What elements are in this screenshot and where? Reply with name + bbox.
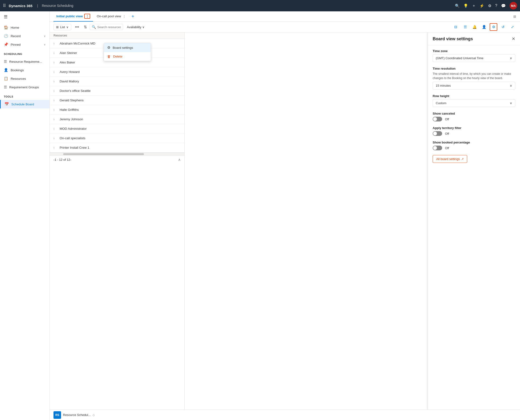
next-page-button[interactable]: › <box>70 158 71 162</box>
time-zone-select[interactable]: (GMT) Coordinated Universal Time ∨ <box>433 54 515 62</box>
settings-close-button[interactable]: ✕ <box>512 36 515 41</box>
footer-diamond-icon[interactable]: ◇ <box>93 413 95 417</box>
sidebar-item-resource-requirements[interactable]: ☰ Resource Requireme... <box>0 57 50 66</box>
lightbulb-icon[interactable]: 💡 <box>463 4 468 8</box>
resource-row[interactable]: › On-call specialists <box>50 134 184 143</box>
tools-section: 📅 Schedule Board <box>0 99 50 109</box>
resource-name: Abraham McCormick MD <box>60 42 95 45</box>
more-options-button[interactable]: ••• <box>73 24 81 30</box>
pagination-container: ‹ 1 - 12 of 12 › ∧ <box>50 152 184 164</box>
chat-icon[interactable]: 💬 <box>501 4 506 8</box>
expand-button[interactable]: ⤢ <box>509 23 516 31</box>
show-canceled-toggle[interactable] <box>433 117 442 121</box>
resource-button[interactable]: 👤 <box>480 23 488 31</box>
schedule-board-icon: 📅 <box>5 102 9 106</box>
toolbar-right: ⊟ ☰ 🔔 👤 ⚙ ↺ ⤢ <box>452 23 516 31</box>
scheduling-group-label: Scheduling <box>0 50 50 56</box>
territory-filter-toggle[interactable] <box>433 131 442 136</box>
filter-view-button[interactable]: ⊟ <box>452 23 459 31</box>
alerts-button[interactable]: 🔔 <box>471 23 478 31</box>
sidebar-resources-label: Resources <box>11 77 26 81</box>
time-zone-label: Time zone <box>433 49 515 53</box>
refresh-button[interactable]: ↺ <box>499 23 507 31</box>
bottom-bar: RS Resource Schedul... ◇ <box>50 410 520 420</box>
time-resolution-chevron: ∨ <box>510 84 512 87</box>
resource-name: Alan Steiner <box>60 51 77 55</box>
resource-row[interactable]: › Jeremy Johnson <box>50 115 184 124</box>
toolbar-left: ⊞ List ∨ ••• ⇅ 🔍 Availability ∨ <box>53 24 450 30</box>
context-menu-board-settings[interactable]: ⚙ Board settings <box>104 43 151 52</box>
row-chevron: › <box>53 42 57 45</box>
availability-label: Availability <box>127 25 141 29</box>
resource-row[interactable]: › MOD Administrator <box>50 124 184 134</box>
booked-percentage-toggle-row: Off <box>433 146 515 150</box>
resource-name: Avery Howard <box>60 70 80 74</box>
sidebar-item-bookings[interactable]: 👤 Bookings <box>0 66 50 74</box>
all-board-settings-button[interactable]: All board settings ↗ <box>433 155 467 163</box>
resource-row[interactable]: › Gerald Stephens <box>50 96 184 105</box>
time-resolution-group: Time resolution The smallest interval of… <box>433 67 515 90</box>
row-chevron: › <box>53 70 57 74</box>
board-settings-button[interactable]: ⚙ <box>490 23 497 31</box>
tab-menu-btn[interactable]: ⋮ <box>84 14 90 19</box>
nav-divider: | <box>37 4 38 8</box>
show-canceled-state: Off <box>445 117 449 121</box>
tab-initial-label: Initial public view <box>56 15 83 18</box>
waffle-icon[interactable]: ⠿ <box>3 3 6 8</box>
user-avatar[interactable]: MA <box>510 2 517 9</box>
booked-percentage-toggle[interactable] <box>433 146 442 150</box>
sidebar-item-recent[interactable]: 🕐 Recent ∨ <box>0 32 50 40</box>
recent-icon: 🕐 <box>4 34 8 38</box>
sidebar-item-requirement-groups[interactable]: ☰ Requirement Groups <box>0 83 50 91</box>
sidebar-toggle[interactable]: ☰ <box>0 11 50 22</box>
settings-panel: Board view settings ✕ Time zone (GMT) Co… <box>428 32 520 410</box>
search-icon[interactable]: 🔍 <box>455 4 460 8</box>
resource-row[interactable]: › Avery Howard <box>50 67 184 77</box>
resource-row[interactable]: › Printer Install Crew 1 <box>50 143 184 152</box>
sidebar-home-label: Home <box>11 26 19 29</box>
collapse-button[interactable]: ∧ <box>178 158 181 162</box>
tab-on-call-menu-btn[interactable]: ⋮ <box>123 15 126 18</box>
horizontal-scrollbar[interactable] <box>50 152 184 155</box>
sidebar-req-groups-label: Requirement Groups <box>9 85 39 89</box>
view-chevron: ∨ <box>66 25 69 29</box>
availability-button[interactable]: Availability ∨ <box>125 24 147 30</box>
brand-name: Dynamics 365 <box>9 4 32 8</box>
main-layout: ☰ 🏠 Home 🕐 Recent ∨ 📌 Pinned ∨ Schedulin… <box>0 11 520 420</box>
row-height-value: Custom <box>436 101 446 105</box>
search-icon-toolbar: 🔍 <box>92 25 96 29</box>
help-icon[interactable]: ? <box>495 4 497 8</box>
tab-on-call-pool-view[interactable]: On-call pool view ⋮ <box>94 11 129 22</box>
resource-row[interactable]: › David Mallory <box>50 77 184 86</box>
sidebar-item-pinned[interactable]: 📌 Pinned ∨ <box>0 40 50 49</box>
tab-on-call-label: On-call pool view <box>97 15 121 18</box>
tab-add-button[interactable]: + <box>130 13 136 20</box>
filter-icon[interactable]: ⚡ <box>480 4 484 8</box>
columns-button[interactable]: ☰ <box>461 23 469 31</box>
sidebar-item-resources[interactable]: 📋 Resources <box>0 74 50 83</box>
resource-row[interactable]: › Doctor's office Seattle <box>50 86 184 96</box>
resource-row[interactable]: › Halle Griffiths <box>50 105 184 115</box>
pinned-chevron: ∨ <box>44 43 46 46</box>
sidebar-item-home[interactable]: 🏠 Home <box>0 23 50 32</box>
tools-group-label: Tools <box>0 92 50 99</box>
req-groups-icon: ☰ <box>4 85 7 89</box>
search-input[interactable] <box>97 25 121 29</box>
tab-initial-public-view[interactable]: Initial public view ⋮ <box>53 11 93 22</box>
sort-button[interactable]: ⇅ <box>83 24 88 30</box>
resource-list-area: ⚙ Board settings 🗑 Delete Resources › <box>50 32 520 410</box>
top-nav: ⠿ Dynamics 365 | Resource Scheduling 🔍 💡… <box>0 0 520 11</box>
external-link-icon: ↗ <box>461 158 464 161</box>
pagination-bar: ‹ 1 - 12 of 12 › ∧ <box>50 155 185 164</box>
sidebar-item-schedule-board[interactable]: 📅 Schedule Board <box>0 100 50 108</box>
view-button[interactable]: ⊞ List ∨ <box>53 24 71 30</box>
settings-icon[interactable]: ⚙ <box>488 4 491 8</box>
territory-filter-label: Apply territory filter <box>433 126 515 130</box>
time-resolution-desc: The smallest interval of time, by which … <box>433 72 515 80</box>
time-resolution-select[interactable]: 15 minutes ∨ <box>433 82 515 90</box>
row-height-select[interactable]: Custom ∨ <box>433 99 515 107</box>
add-icon[interactable]: ＋ <box>472 3 476 8</box>
context-menu-delete[interactable]: 🗑 Delete <box>104 52 151 61</box>
sidebar-bookings-label: Bookings <box>11 68 24 72</box>
screen-icon[interactable]: 🖥 <box>513 15 516 18</box>
